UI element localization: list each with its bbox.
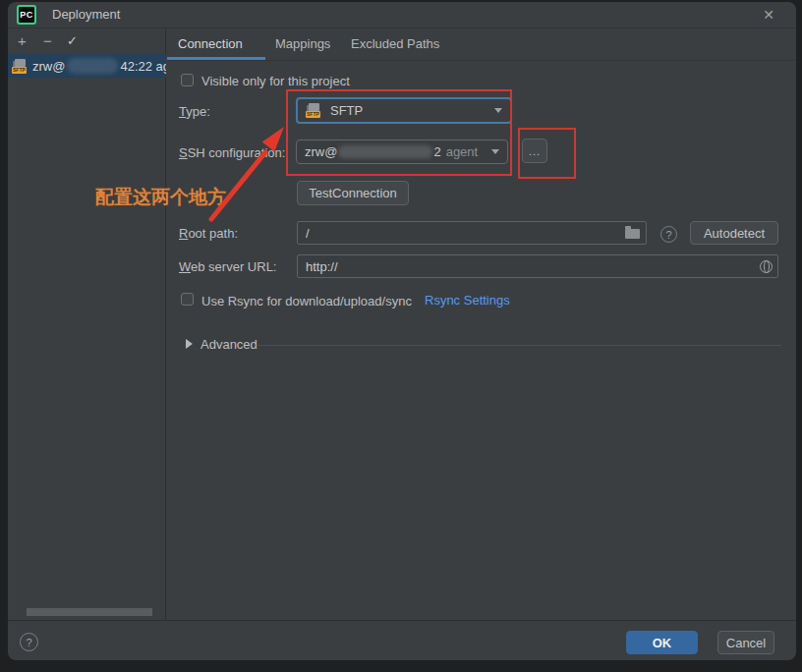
redaction-blur (67, 58, 118, 74)
rsync-settings-link[interactable]: Rsync Settings (425, 293, 510, 308)
server-list-panel: + − ✓ SFTP zrw@ 42:22 age (8, 28, 166, 620)
root-path-input[interactable] (297, 221, 647, 245)
type-select[interactable]: SFTP SFTP (296, 97, 512, 124)
annotation-arrow (192, 115, 294, 225)
ssh-value-suffix: 2 (433, 144, 440, 159)
test-connection-button[interactable]: Test Connection (297, 181, 409, 205)
ssh-value-tag: agent (446, 144, 479, 159)
tab-bar: Connection Mappings Excluded Paths (167, 28, 796, 61)
ssh-configuration-select[interactable]: zrw@ 2 agent (296, 140, 508, 164)
remove-server-button[interactable]: − (43, 28, 52, 53)
visible-only-checkbox[interactable] (181, 74, 194, 86)
redaction-blur (338, 145, 432, 158)
close-icon[interactable]: ✕ (763, 2, 774, 28)
web-server-url-input[interactable] (297, 254, 778, 278)
advanced-divider (258, 345, 781, 346)
horizontal-scrollbar[interactable] (27, 608, 152, 616)
browse-ssh-configurations-button[interactable]: ... (522, 139, 547, 163)
apply-button[interactable]: ✓ (67, 28, 78, 53)
title-bar: PC Deployment ✕ (8, 2, 796, 28)
sftp-type-icon: SFTP (306, 103, 322, 118)
footer-bar: ? OK Cancel (8, 620, 796, 660)
rsync-checkbox[interactable] (181, 293, 194, 306)
chevron-right-icon (186, 339, 193, 349)
pycharm-logo-icon: PC (17, 5, 36, 25)
sftp-server-icon: SFTP (12, 59, 29, 74)
rsync-label: Use Rsync for download/upload/sync (201, 294, 412, 308)
advanced-toggle[interactable]: Advanced (200, 337, 258, 352)
server-name-suffix: 42:22 age (120, 59, 166, 74)
tab-mappings[interactable]: Mappings (275, 28, 330, 61)
server-name-prefix: zrw@ (32, 59, 65, 74)
screen: PC Deployment ✕ + − ✓ SFTP zrw@ 42:22 ag… (0, 0, 802, 672)
active-tab-underline (167, 57, 265, 60)
root-path-label: Root path: (179, 226, 238, 241)
ok-button[interactable]: OK (626, 631, 698, 654)
chevron-down-icon (491, 149, 499, 154)
autodetect-button[interactable]: Autodetect (690, 221, 778, 245)
deployment-dialog: PC Deployment ✕ + − ✓ SFTP zrw@ 42:22 ag… (8, 2, 796, 660)
add-server-button[interactable]: + (18, 28, 27, 53)
globe-icon (760, 260, 773, 273)
folder-browse-icon[interactable] (625, 229, 640, 239)
cancel-button[interactable]: Cancel (717, 631, 774, 654)
visible-only-label: Visible only for this project (201, 74, 350, 88)
type-select-value: SFTP (330, 103, 363, 118)
web-server-url-label: Web server URL: (179, 259, 276, 274)
tab-excluded-paths[interactable]: Excluded Paths (351, 28, 439, 61)
help-button[interactable]: ? (20, 633, 38, 651)
help-icon[interactable]: ? (660, 226, 677, 243)
server-list-item[interactable]: SFTP zrw@ 42:22 age (8, 54, 166, 78)
window-title: Deployment (52, 2, 120, 28)
chevron-down-icon (494, 108, 502, 113)
ssh-value-prefix: zrw@ (305, 144, 337, 159)
